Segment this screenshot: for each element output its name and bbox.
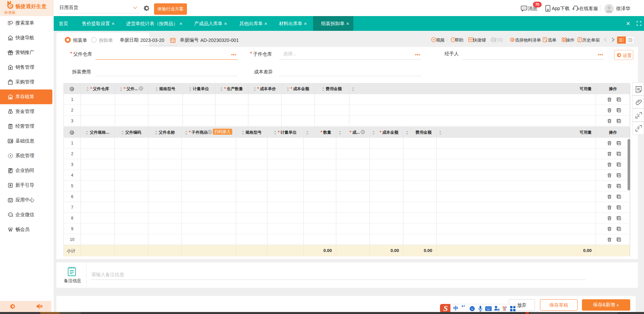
svg-text:父: 父 <box>637 113 640 117</box>
svg-text:子: 子 <box>637 126 640 130</box>
svg-text:草: 草 <box>637 87 640 91</box>
svg-text:15: 15 <box>497 309 500 311</box>
svg-text:?: ? <box>452 38 454 42</box>
